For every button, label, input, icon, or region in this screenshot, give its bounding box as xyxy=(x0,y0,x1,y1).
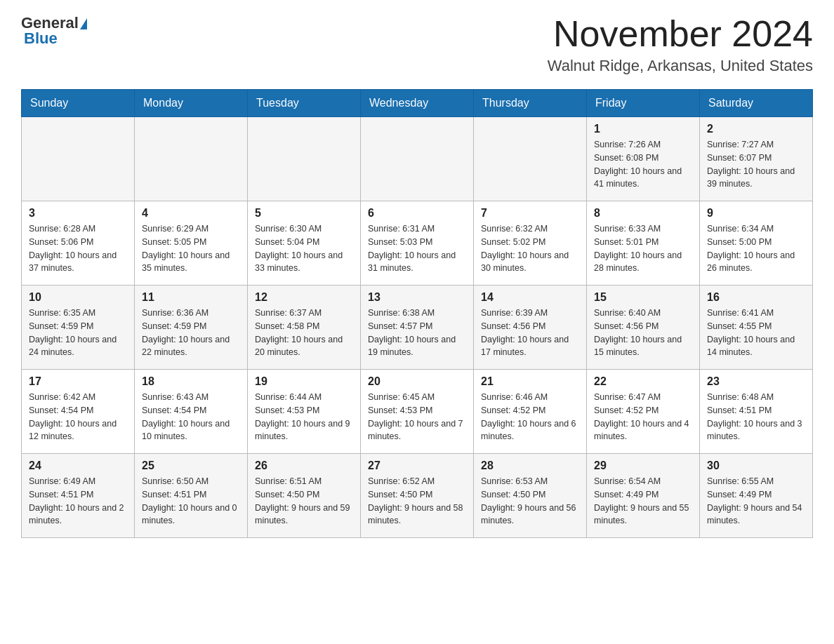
day-info: Sunrise: 6:42 AMSunset: 4:54 PMDaylight:… xyxy=(29,391,127,443)
day-info: Sunrise: 7:26 AMSunset: 6:08 PMDaylight:… xyxy=(594,138,692,191)
calendar-day-cell: 24Sunrise: 6:49 AMSunset: 4:51 PMDayligh… xyxy=(22,454,135,538)
calendar-day-cell: 12Sunrise: 6:37 AMSunset: 4:58 PMDayligh… xyxy=(248,286,361,370)
day-number: 12 xyxy=(255,291,353,304)
day-info: Sunrise: 6:30 AMSunset: 5:04 PMDaylight:… xyxy=(255,222,353,275)
calendar-day-cell xyxy=(135,117,248,201)
day-info: Sunrise: 6:29 AMSunset: 5:05 PMDaylight:… xyxy=(142,222,240,275)
day-info: Sunrise: 6:35 AMSunset: 4:59 PMDaylight:… xyxy=(29,307,127,359)
calendar-day-cell: 13Sunrise: 6:38 AMSunset: 4:57 PMDayligh… xyxy=(361,286,474,370)
day-number: 25 xyxy=(142,459,240,472)
day-info: Sunrise: 6:54 AMSunset: 4:49 PMDaylight:… xyxy=(594,475,692,528)
calendar-day-cell: 21Sunrise: 6:46 AMSunset: 4:52 PMDayligh… xyxy=(474,370,587,454)
day-number: 14 xyxy=(481,291,579,304)
day-number: 17 xyxy=(29,375,127,388)
calendar-day-cell: 10Sunrise: 6:35 AMSunset: 4:59 PMDayligh… xyxy=(22,286,135,370)
day-number: 10 xyxy=(29,291,127,304)
title-section: November 2024 Walnut Ridge, Arkansas, Un… xyxy=(548,14,813,75)
calendar-table: SundayMondayTuesdayWednesdayThursdayFrid… xyxy=(21,89,813,538)
day-number: 1 xyxy=(594,123,692,135)
calendar-day-cell: 1Sunrise: 7:26 AMSunset: 6:08 PMDaylight… xyxy=(587,117,700,201)
day-info: Sunrise: 6:51 AMSunset: 4:50 PMDaylight:… xyxy=(255,475,353,528)
day-of-week-header: Wednesday xyxy=(361,90,474,117)
calendar-day-cell: 19Sunrise: 6:44 AMSunset: 4:53 PMDayligh… xyxy=(248,370,361,454)
day-number: 18 xyxy=(142,375,240,388)
day-info: Sunrise: 6:48 AMSunset: 4:51 PMDaylight:… xyxy=(707,391,805,443)
calendar-day-cell: 18Sunrise: 6:43 AMSunset: 4:54 PMDayligh… xyxy=(135,370,248,454)
day-info: Sunrise: 6:32 AMSunset: 5:02 PMDaylight:… xyxy=(481,222,579,275)
day-number: 19 xyxy=(255,375,353,388)
calendar-day-cell: 29Sunrise: 6:54 AMSunset: 4:49 PMDayligh… xyxy=(587,454,700,538)
day-info: Sunrise: 6:46 AMSunset: 4:52 PMDaylight:… xyxy=(481,391,579,443)
page-header: General Blue November 2024 Walnut Ridge,… xyxy=(21,14,813,75)
calendar-day-cell: 14Sunrise: 6:39 AMSunset: 4:56 PMDayligh… xyxy=(474,286,587,370)
day-number: 2 xyxy=(707,123,805,135)
day-info: Sunrise: 6:34 AMSunset: 5:00 PMDaylight:… xyxy=(707,222,805,275)
day-info: Sunrise: 6:45 AMSunset: 4:53 PMDaylight:… xyxy=(368,391,466,443)
day-number: 6 xyxy=(368,207,466,220)
day-info: Sunrise: 7:27 AMSunset: 6:07 PMDaylight:… xyxy=(707,138,805,191)
logo-triangle-icon xyxy=(80,18,87,29)
day-number: 20 xyxy=(368,375,466,388)
day-info: Sunrise: 6:31 AMSunset: 5:03 PMDaylight:… xyxy=(368,222,466,275)
calendar-day-cell: 7Sunrise: 6:32 AMSunset: 5:02 PMDaylight… xyxy=(474,201,587,286)
day-number: 29 xyxy=(594,459,692,472)
day-info: Sunrise: 6:55 AMSunset: 4:49 PMDaylight:… xyxy=(707,475,805,528)
calendar-day-cell: 11Sunrise: 6:36 AMSunset: 4:59 PMDayligh… xyxy=(135,286,248,370)
day-info: Sunrise: 6:44 AMSunset: 4:53 PMDaylight:… xyxy=(255,391,353,443)
day-number: 30 xyxy=(707,459,805,472)
calendar-day-cell: 8Sunrise: 6:33 AMSunset: 5:01 PMDaylight… xyxy=(587,201,700,286)
day-info: Sunrise: 6:53 AMSunset: 4:50 PMDaylight:… xyxy=(481,475,579,528)
day-number: 7 xyxy=(481,207,579,220)
day-info: Sunrise: 6:36 AMSunset: 4:59 PMDaylight:… xyxy=(142,307,240,359)
calendar-day-cell: 6Sunrise: 6:31 AMSunset: 5:03 PMDaylight… xyxy=(361,201,474,286)
day-info: Sunrise: 6:47 AMSunset: 4:52 PMDaylight:… xyxy=(594,391,692,443)
day-info: Sunrise: 6:43 AMSunset: 4:54 PMDaylight:… xyxy=(142,391,240,443)
calendar-day-cell: 20Sunrise: 6:45 AMSunset: 4:53 PMDayligh… xyxy=(361,370,474,454)
day-number: 23 xyxy=(707,375,805,388)
location-title: Walnut Ridge, Arkansas, United States xyxy=(548,57,813,75)
calendar-day-cell: 17Sunrise: 6:42 AMSunset: 4:54 PMDayligh… xyxy=(22,370,135,454)
day-info: Sunrise: 6:52 AMSunset: 4:50 PMDaylight:… xyxy=(368,475,466,528)
day-info: Sunrise: 6:33 AMSunset: 5:01 PMDaylight:… xyxy=(594,222,692,275)
calendar-week-row: 17Sunrise: 6:42 AMSunset: 4:54 PMDayligh… xyxy=(22,370,813,454)
day-number: 21 xyxy=(481,375,579,388)
day-of-week-header: Monday xyxy=(135,90,248,117)
day-info: Sunrise: 6:49 AMSunset: 4:51 PMDaylight:… xyxy=(29,475,127,528)
calendar-day-cell: 28Sunrise: 6:53 AMSunset: 4:50 PMDayligh… xyxy=(474,454,587,538)
day-number: 15 xyxy=(594,291,692,304)
calendar-day-cell xyxy=(361,117,474,201)
calendar-day-cell: 23Sunrise: 6:48 AMSunset: 4:51 PMDayligh… xyxy=(700,370,813,454)
calendar-day-cell: 26Sunrise: 6:51 AMSunset: 4:50 PMDayligh… xyxy=(248,454,361,538)
calendar-day-cell: 3Sunrise: 6:28 AMSunset: 5:06 PMDaylight… xyxy=(22,201,135,286)
calendar-day-cell: 2Sunrise: 7:27 AMSunset: 6:07 PMDaylight… xyxy=(700,117,813,201)
day-number: 4 xyxy=(142,207,240,220)
day-number: 11 xyxy=(142,291,240,304)
day-info: Sunrise: 6:50 AMSunset: 4:51 PMDaylight:… xyxy=(142,475,240,528)
day-info: Sunrise: 6:39 AMSunset: 4:56 PMDaylight:… xyxy=(481,307,579,359)
day-of-week-header: Sunday xyxy=(22,90,135,117)
calendar-day-cell: 16Sunrise: 6:41 AMSunset: 4:55 PMDayligh… xyxy=(700,286,813,370)
calendar-header-row: SundayMondayTuesdayWednesdayThursdayFrid… xyxy=(22,90,813,117)
month-title: November 2024 xyxy=(548,14,813,54)
day-info: Sunrise: 6:40 AMSunset: 4:56 PMDaylight:… xyxy=(594,307,692,359)
calendar-day-cell: 9Sunrise: 6:34 AMSunset: 5:00 PMDaylight… xyxy=(700,201,813,286)
day-number: 26 xyxy=(255,459,353,472)
day-number: 27 xyxy=(368,459,466,472)
day-number: 22 xyxy=(594,375,692,388)
logo: General Blue xyxy=(21,14,87,48)
day-number: 8 xyxy=(594,207,692,220)
day-number: 9 xyxy=(707,207,805,220)
day-info: Sunrise: 6:38 AMSunset: 4:57 PMDaylight:… xyxy=(368,307,466,359)
calendar-week-row: 3Sunrise: 6:28 AMSunset: 5:06 PMDaylight… xyxy=(22,201,813,286)
day-number: 28 xyxy=(481,459,579,472)
calendar-day-cell xyxy=(474,117,587,201)
calendar-day-cell: 30Sunrise: 6:55 AMSunset: 4:49 PMDayligh… xyxy=(700,454,813,538)
calendar-week-row: 1Sunrise: 7:26 AMSunset: 6:08 PMDaylight… xyxy=(22,117,813,201)
calendar-day-cell: 4Sunrise: 6:29 AMSunset: 5:05 PMDaylight… xyxy=(135,201,248,286)
calendar-day-cell xyxy=(22,117,135,201)
calendar-day-cell: 25Sunrise: 6:50 AMSunset: 4:51 PMDayligh… xyxy=(135,454,248,538)
day-info: Sunrise: 6:41 AMSunset: 4:55 PMDaylight:… xyxy=(707,307,805,359)
day-number: 5 xyxy=(255,207,353,220)
day-info: Sunrise: 6:37 AMSunset: 4:58 PMDaylight:… xyxy=(255,307,353,359)
calendar-week-row: 10Sunrise: 6:35 AMSunset: 4:59 PMDayligh… xyxy=(22,286,813,370)
